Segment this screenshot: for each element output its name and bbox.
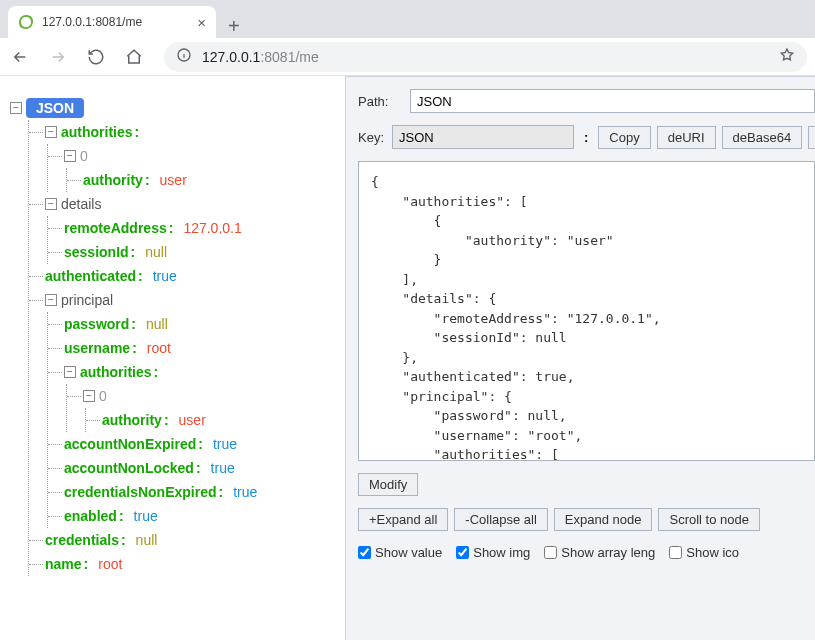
tree-value: user	[160, 172, 187, 188]
tree-key[interactable]: remoteAddress	[64, 220, 167, 236]
tree-value: true	[211, 460, 235, 476]
browser-chrome: 127.0.0.1:8081/me × + 127.0.0.1:8081/me	[0, 0, 815, 76]
tree-value: true	[134, 508, 158, 524]
tree-key[interactable]: password	[64, 316, 129, 332]
tree-value: root	[147, 340, 171, 356]
json-source-box[interactable]: { "authorities": [ { "authority": "user"…	[358, 161, 815, 461]
page-content: −JSON −authorities : −0 authority :user	[0, 76, 815, 640]
key-label: Key:	[358, 130, 384, 145]
tree-value: user	[179, 412, 206, 428]
tree-key[interactable]: principal	[61, 292, 113, 308]
copy-button[interactable]: Copy	[598, 126, 650, 149]
deuri-button[interactable]: deURI	[657, 126, 716, 149]
address-bar[interactable]: 127.0.0.1:8081/me	[164, 42, 807, 72]
tree-value: root	[98, 556, 122, 572]
tab-title: 127.0.0.1:8081/me	[42, 15, 191, 29]
tree-expander[interactable]: −	[10, 102, 22, 114]
modify-button[interactable]: Modify	[358, 473, 418, 496]
browser-toolbar: 127.0.0.1:8081/me	[0, 38, 815, 76]
tree-key[interactable]: username	[64, 340, 130, 356]
tab-strip: 127.0.0.1:8081/me × +	[0, 0, 815, 38]
tree-key[interactable]: sessionId	[64, 244, 129, 260]
show-ico-checkbox[interactable]: Show ico	[669, 545, 739, 560]
tree-index[interactable]: 0	[80, 148, 88, 164]
show-value-checkbox[interactable]: Show value	[358, 545, 442, 560]
bookmark-star-icon[interactable]	[779, 47, 795, 66]
tree-key[interactable]: authorities	[61, 124, 133, 140]
tree-index[interactable]: 0	[99, 388, 107, 404]
tree-expander[interactable]: −	[45, 126, 57, 138]
favicon-leaf-icon	[18, 14, 34, 30]
tree-key[interactable]: authority	[83, 172, 143, 188]
back-button[interactable]	[8, 45, 32, 69]
tree-expander[interactable]: −	[64, 150, 76, 162]
info-icon[interactable]	[176, 47, 192, 66]
forward-button[interactable]	[46, 45, 70, 69]
tree-key[interactable]: authorities	[80, 364, 152, 380]
tree-key[interactable]: authenticated	[45, 268, 136, 284]
tree-value: true	[233, 484, 257, 500]
tree-key[interactable]: name	[45, 556, 82, 572]
tree-key[interactable]: credentialsNonExpired	[64, 484, 217, 500]
tree-key[interactable]: authority	[102, 412, 162, 428]
url-text: 127.0.0.1:8081/me	[202, 49, 769, 65]
tree-value: null	[145, 244, 167, 260]
json-tree-pane: −JSON −authorities : −0 authority :user	[0, 76, 345, 640]
browser-tab[interactable]: 127.0.0.1:8081/me ×	[8, 6, 216, 38]
path-input[interactable]	[410, 89, 815, 113]
tree-root-badge[interactable]: JSON	[26, 98, 84, 118]
tree-key[interactable]: accountNonExpired	[64, 436, 196, 452]
reload-button[interactable]	[84, 45, 108, 69]
tree-key[interactable]: enabled	[64, 508, 117, 524]
tree-value: null	[146, 316, 168, 332]
show-array-leng-checkbox[interactable]: Show array leng	[544, 545, 655, 560]
debase64-button[interactable]: deBase64	[722, 126, 803, 149]
expand-all-button[interactable]: +Expand all	[358, 508, 448, 531]
tree-key[interactable]: details	[61, 196, 101, 212]
path-label: Path:	[358, 94, 402, 109]
expand-node-button[interactable]: Expand node	[554, 508, 653, 531]
show-img-checkbox[interactable]: Show img	[456, 545, 530, 560]
detail-pane: Path: Key: : Copy deURI deBase64 aLine {…	[345, 76, 815, 640]
tree-expander[interactable]: −	[45, 198, 57, 210]
scroll-to-node-button[interactable]: Scroll to node	[658, 508, 760, 531]
collapse-all-button[interactable]: -Collapse all	[454, 508, 548, 531]
tree-key[interactable]: accountNonLocked	[64, 460, 194, 476]
new-tab-button[interactable]: +	[216, 15, 252, 38]
tree-value: true	[153, 268, 177, 284]
home-button[interactable]	[122, 45, 146, 69]
tree-expander[interactable]: −	[45, 294, 57, 306]
tree-value: 127.0.0.1	[183, 220, 241, 236]
tree-key[interactable]: credentials	[45, 532, 119, 548]
aline-button[interactable]: aLine	[808, 126, 815, 149]
key-input[interactable]	[392, 125, 574, 149]
close-icon[interactable]: ×	[197, 14, 206, 31]
tree-value: true	[213, 436, 237, 452]
tree-expander[interactable]: −	[64, 366, 76, 378]
tree-expander[interactable]: −	[83, 390, 95, 402]
tree-value: null	[136, 532, 158, 548]
colon-separator: :	[582, 130, 590, 145]
